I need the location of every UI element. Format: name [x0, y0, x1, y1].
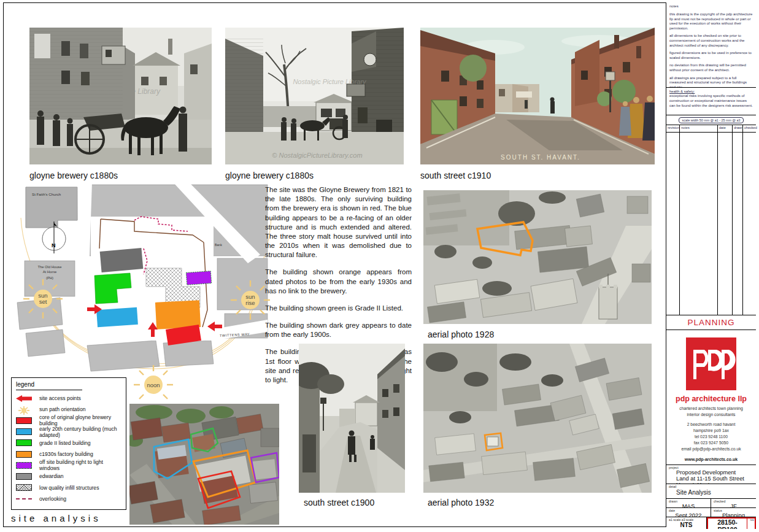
drawing-number: 28150-PD109 [708, 519, 747, 529]
svg-text:N: N [52, 242, 56, 249]
firm-address: 2 beechworth road havant hampshire po9 1… [669, 422, 753, 453]
purple-swatch [16, 462, 32, 469]
legend-item-factory: c1930s factory building [16, 449, 121, 460]
legend-item-offsite: off site building right to light windows [16, 460, 121, 471]
firm-block: pdp architecture llp chartered architect… [666, 330, 756, 465]
blue-swatch [16, 428, 32, 435]
legend-item-edwardian: edwardian [16, 471, 121, 482]
drawing-sheet: Nostalgic Picture Library gloyne brewery… [0, 0, 759, 532]
photo1-watermark: Nostalgic Picture Library [80, 87, 161, 96]
health-safety-section: health & safety: exceptional risks invol… [666, 88, 756, 115]
description-paragraph: The building shown orange appears from d… [265, 268, 412, 296]
health-safety-title: health & safety: [669, 90, 695, 93]
health-safety-text: exceptional risks involving specific met… [669, 94, 753, 108]
site-building-1932 [487, 437, 498, 446]
notes-title: notes [669, 4, 753, 9]
revision-table-body [666, 133, 756, 315]
caption-gloyne-1: gloyne brewery c1880s [29, 171, 118, 180]
date-status-row: date Sept 2022 status Planning [666, 508, 756, 517]
c1930s-factory-building [155, 300, 201, 330]
caption-aerial-1928: aerial photo 1928 [428, 330, 494, 339]
grey-swatch [16, 473, 32, 480]
title-block: notes this drawing is the copyright of t… [666, 2, 756, 527]
photo2-watermark: Nostalgic Picture Library [293, 78, 367, 85]
dashed-line-swatch [16, 498, 32, 499]
description-paragraph: The building shown dark grey appears to … [265, 321, 412, 339]
svg-text:set: set [39, 298, 47, 305]
scale-number-row: a1 scale a3 scale NTS 28150-PD109 rev [666, 517, 756, 529]
caption-south-street-1910: south street c1910 [420, 171, 491, 180]
legend: legend site access points sun p [11, 377, 126, 510]
scalebar-section: scale width 50 mm @ a1 - 25 mm @ a3 [666, 115, 756, 125]
label-church: St Faith's Church [32, 192, 61, 196]
firm-name: pdp architecture llp [669, 395, 753, 403]
site-plan-map: N sun set [9, 182, 272, 409]
description-paragraph: The site was the Gloyne Brewery from 182… [265, 185, 412, 260]
svg-text:noon: noon [147, 382, 160, 388]
caption-south-street-1900: south street c1900 [304, 498, 374, 507]
photo2-watermark2: © NostalgicPictureLibrary.com [272, 152, 362, 159]
orange-swatch [16, 451, 32, 458]
sunset-icon: sun set [23, 279, 63, 318]
pdp-logo [686, 337, 736, 390]
project-cell: project Proposed Development Land at 11-… [666, 465, 756, 484]
caption-gloyne-2: gloyne brewery c1880s [225, 171, 314, 180]
caption-aerial-1932: aerial photo 1932 [428, 498, 494, 507]
drawing-number-box: 28150-PD109 rev [707, 517, 756, 529]
photo-gloyne-brewery-2: Nostalgic Picture Library © NostalgicPic… [225, 28, 404, 164]
detail-cell: detail Site Analysis [666, 484, 756, 499]
legend-item-overlooking: overlooking [16, 493, 121, 504]
revision-table-header: revision notes date drawn checked [666, 125, 756, 133]
svg-text:At Home: At Home [43, 270, 57, 274]
red-swatch [16, 417, 32, 424]
status-banner: PLANNING [666, 315, 756, 330]
photo-gloyne-brewery-1: Nostalgic Picture Library [29, 28, 212, 164]
firm-website: www.pdp-architects.co.uk [669, 457, 753, 461]
svg-text:The Old House: The Old House [38, 265, 62, 269]
legend-item-early20th: early 20th century building (much adapte… [16, 426, 121, 438]
photo-south-street-1910: SOUTH ST. HAVANT. [420, 28, 655, 164]
legend-item-access: site access points [16, 393, 121, 404]
photo-south-street-1900 [299, 344, 405, 493]
early20th-building [96, 307, 138, 328]
scale-value: NTS [669, 522, 704, 528]
notes-section: notes this drawing is the copyright of t… [666, 2, 756, 88]
drawn-checked-row: drawn MAS checked JF [666, 499, 756, 508]
svg-text:rise: rise [245, 299, 255, 306]
legend-item-infill: low quality infill structures [16, 482, 121, 493]
edwardian-building [100, 248, 144, 272]
description-paragraph: The building shown green is Grade II Lis… [265, 304, 412, 313]
legend-title: legend [16, 381, 82, 390]
sun-icon [16, 406, 32, 413]
photo-aerial-1928 [423, 190, 652, 324]
green-swatch [16, 439, 32, 446]
legend-item-brewery-core: core of original gloyne brewery building [16, 415, 121, 426]
sunrise-icon: sun rise [231, 280, 270, 320]
offsite-purple-building [186, 271, 211, 285]
svg-text:(PH): (PH) [46, 276, 53, 280]
scalebar-text: scale width 50 mm @ a1 - 25 mm @ a3 [679, 117, 744, 123]
photo-aerial-1932 [423, 344, 652, 493]
label-bank: Bank [215, 243, 222, 247]
legend-item-grade2: grade II listed building [16, 438, 121, 449]
hatch-swatch [16, 484, 32, 491]
noon-icon: noon [134, 365, 173, 399]
sheet-title: site analysis [11, 513, 101, 523]
rev-cell: rev [747, 519, 755, 529]
postcard-overlay-title: SOUTH ST. HAVANT. [501, 154, 580, 161]
photo-colour-aerial [129, 404, 279, 525]
site-access-arrow-icon [16, 395, 32, 402]
legend-item-sunpath: sun path orientation [16, 404, 121, 415]
